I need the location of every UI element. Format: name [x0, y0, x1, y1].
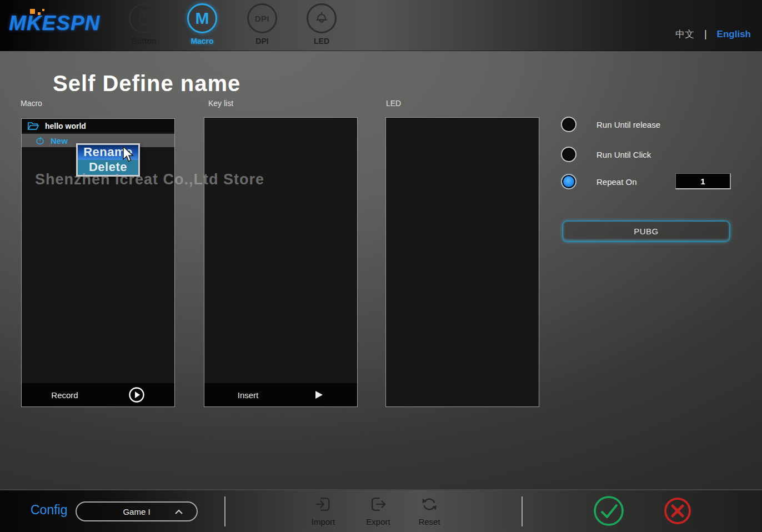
reset-button[interactable]: Reset [407, 495, 452, 526]
led-preview-panel [385, 117, 539, 407]
radio-circle[interactable] [561, 117, 576, 132]
key-list-panel: Insert [204, 117, 358, 407]
macro-item-label: New [51, 136, 68, 145]
topbar: MKESPN Button M Macro DPI DPI [0, 0, 762, 51]
nav-item-button[interactable]: Button [119, 3, 169, 46]
brand-logo: MKESPN [9, 9, 114, 38]
config-label: Config [31, 503, 67, 518]
macro-folder-name: hello world [45, 122, 86, 131]
record-button[interactable]: Record [22, 383, 174, 406]
check-circle-icon [593, 495, 625, 527]
logo-dot [30, 9, 35, 14]
profile-label: Game I [123, 507, 150, 516]
dpi-icon: DPI [255, 14, 270, 23]
radio-circle-selected[interactable] [561, 174, 576, 189]
import-label: Import [301, 517, 345, 526]
chevron-up-icon [174, 509, 183, 515]
radio-run-until-release[interactable]: Run Until release [561, 117, 660, 132]
confirm-button[interactable] [593, 495, 625, 529]
logo-dot [38, 12, 41, 15]
export-button[interactable]: Export [356, 495, 400, 526]
keylist-panel-label: Key list [208, 99, 233, 108]
radio-circle[interactable] [561, 147, 576, 162]
radio-run-until-click[interactable]: Run Until Click [561, 147, 651, 162]
logo-dot [42, 9, 44, 11]
nav-item-led[interactable]: LED [297, 3, 347, 46]
led-lamp-icon [312, 9, 331, 28]
x-circle-icon [663, 496, 692, 525]
play-triangle-icon [314, 390, 324, 400]
reset-label: Reset [407, 517, 452, 526]
pubg-button[interactable]: PUBG [562, 220, 730, 242]
app-window: MKESPN Button M Macro DPI DPI [0, 0, 762, 532]
insert-button[interactable]: Insert [204, 383, 357, 406]
footer-bar: Config Game I Import Export [0, 489, 762, 532]
lang-english[interactable]: English [717, 29, 751, 40]
radio-label-click: Run Until Click [596, 150, 651, 159]
record-label: Record [51, 390, 78, 400]
play-circle-icon [128, 387, 145, 403]
macro-icon: M [195, 9, 209, 28]
brand-logo-text: MKESPN [9, 9, 114, 38]
reset-icon [420, 495, 439, 514]
nav-item-dpi[interactable]: DPI DPI [237, 3, 287, 46]
footer-divider [522, 496, 523, 526]
radio-repeat-on[interactable]: Repeat On [561, 174, 637, 189]
import-icon [314, 495, 333, 514]
lang-chinese[interactable]: 中文 [675, 28, 694, 41]
nav-label-dpi: DPI [237, 37, 287, 46]
radio-label-repeat: Repeat On [596, 177, 637, 187]
mouse-pointer-icon [122, 146, 137, 164]
mouse-small-icon [35, 137, 45, 145]
export-icon [369, 495, 388, 514]
page-heading: Self Define name [53, 71, 240, 96]
insert-label: Insert [238, 390, 259, 400]
nav-label-led: LED [297, 37, 347, 46]
export-label: Export [356, 517, 400, 526]
led-panel-label: LED [386, 99, 401, 108]
lang-divider: | [704, 28, 707, 40]
footer-divider [224, 496, 225, 526]
cancel-button[interactable] [663, 496, 692, 527]
repeat-count-input[interactable] [675, 173, 731, 189]
macro-folder-row[interactable]: hello world [22, 119, 174, 133]
nav-label-button: Button [119, 37, 169, 46]
radio-label-release: Run Until release [596, 120, 660, 129]
nav-item-macro[interactable]: M Macro [177, 3, 227, 46]
folder-open-icon [27, 121, 39, 131]
macro-panel-label: Macro [21, 99, 42, 108]
nav-label-macro: Macro [177, 37, 227, 46]
language-switcher: 中文 | English [675, 28, 751, 41]
profile-select[interactable]: Game I [76, 501, 198, 521]
mouse-icon [134, 8, 153, 28]
import-button[interactable]: Import [301, 495, 345, 526]
